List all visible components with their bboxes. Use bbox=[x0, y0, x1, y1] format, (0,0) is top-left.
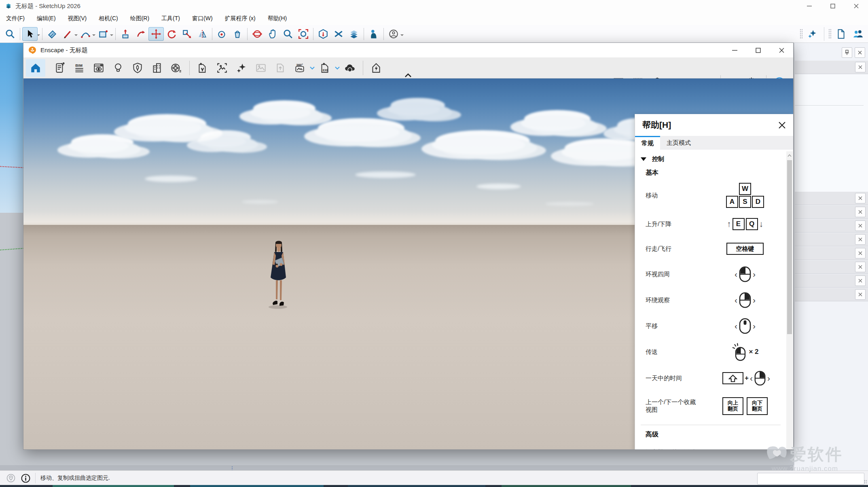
close-button[interactable] bbox=[845, 0, 868, 12]
bim-information-icon[interactable]: BIM bbox=[70, 59, 89, 77]
panel-close-icon[interactable] bbox=[855, 248, 866, 258]
account-icon[interactable] bbox=[386, 27, 401, 41]
panel-close-icon[interactable] bbox=[855, 262, 866, 272]
exe-dropdown-icon[interactable] bbox=[334, 66, 340, 70]
paint-position-tool-icon[interactable] bbox=[214, 27, 230, 41]
render-window-icon[interactable] bbox=[89, 59, 108, 77]
tray-panel-header[interactable] bbox=[795, 274, 868, 288]
scroll-up-icon[interactable] bbox=[787, 152, 792, 159]
help-tabs: 常规 主页模式 bbox=[635, 136, 793, 150]
tray-pin-icon[interactable] bbox=[842, 47, 852, 58]
quick-enable-icon[interactable] bbox=[366, 59, 386, 77]
toolbar-collapse-chevron-icon[interactable] bbox=[403, 72, 413, 78]
menu-view[interactable]: 视图(V) bbox=[62, 12, 93, 25]
file-export-icon[interactable] bbox=[193, 59, 212, 77]
panel-close-icon[interactable] bbox=[855, 207, 866, 217]
zoom-extents-tool-icon[interactable] bbox=[296, 27, 311, 41]
down-arrow-icon: ↓ bbox=[759, 219, 764, 229]
section-fill-tool-icon[interactable] bbox=[346, 27, 362, 41]
window-title: 无标题 - SketchUp 2026 bbox=[15, 2, 80, 10]
tab-general[interactable]: 常规 bbox=[635, 136, 660, 150]
pan-tool-icon[interactable] bbox=[265, 27, 280, 41]
menu-window[interactable]: 窗口(W) bbox=[186, 12, 219, 25]
tray-panel-header[interactable] bbox=[795, 260, 868, 274]
resize-grip[interactable] bbox=[864, 480, 867, 484]
scale-tool-icon[interactable] bbox=[179, 27, 195, 41]
shape-tool-icon[interactable] bbox=[95, 27, 111, 41]
material-library-icon[interactable] bbox=[167, 59, 186, 77]
section-plane-tool-icon[interactable] bbox=[315, 27, 331, 41]
menu-camera[interactable]: 相机(C) bbox=[93, 12, 124, 25]
panel-close-icon[interactable] bbox=[855, 62, 866, 72]
enscape-minimize-button[interactable] bbox=[723, 43, 746, 57]
ai-enhancer-icon[interactable] bbox=[232, 59, 251, 77]
tray-panel-header[interactable] bbox=[795, 233, 868, 246]
toolbar-drag-handle[interactable] bbox=[800, 29, 803, 39]
walk-person-icon[interactable] bbox=[366, 27, 381, 41]
panorama-360-icon[interactable]: 360° bbox=[290, 59, 309, 77]
select-tool-icon[interactable] bbox=[22, 27, 38, 41]
feedback-notes-icon[interactable] bbox=[50, 59, 70, 77]
help-row-updown: 上升/下降 ↑ E Q ↓ bbox=[635, 212, 786, 236]
enscape-render-viewport[interactable]: 帮助[H] 常规 主页模式 控制 基本 移动 W bbox=[23, 78, 793, 449]
measurements-box[interactable] bbox=[757, 473, 864, 485]
zoom-tool-icon[interactable] bbox=[280, 27, 296, 41]
paint-bucket-tool-icon[interactable] bbox=[230, 27, 245, 41]
follow-me-tool-icon[interactable] bbox=[133, 27, 148, 41]
tray-panel-header[interactable] bbox=[795, 61, 868, 74]
tray-panel-header[interactable] bbox=[795, 205, 868, 219]
ai-sparkles-icon[interactable] bbox=[804, 27, 820, 41]
geolocation-icon[interactable] bbox=[6, 474, 15, 483]
menu-edit[interactable]: 编辑(E) bbox=[31, 12, 62, 25]
panel-close-icon[interactable] bbox=[855, 234, 866, 245]
zoom-window-tool-icon[interactable] bbox=[2, 27, 18, 41]
tray-panel-header[interactable] bbox=[795, 288, 868, 301]
menu-tools[interactable]: 工具(T) bbox=[155, 12, 186, 25]
arc-tool-icon[interactable] bbox=[78, 27, 93, 41]
help-close-icon[interactable] bbox=[778, 121, 786, 129]
push-pull-tool-icon[interactable] bbox=[118, 27, 133, 41]
toolbar-drag-handle[interactable] bbox=[828, 29, 832, 39]
environment-icon[interactable] bbox=[128, 59, 147, 77]
tray-panel-header[interactable] bbox=[795, 247, 868, 260]
light-objects-icon[interactable] bbox=[108, 59, 128, 77]
cloud-upload-icon[interactable] bbox=[340, 59, 360, 77]
orbit-tool-icon[interactable] bbox=[250, 27, 265, 41]
menu-help[interactable]: 帮助(H) bbox=[262, 12, 293, 25]
batch-render-icon[interactable] bbox=[251, 59, 271, 77]
exe-standalone-icon[interactable]: EXE bbox=[315, 59, 334, 77]
tray-close-icon[interactable] bbox=[855, 47, 865, 58]
asset-library-icon[interactable] bbox=[147, 59, 167, 77]
measurement-toolbar-handle[interactable] bbox=[231, 466, 233, 470]
new-document-icon[interactable] bbox=[833, 27, 849, 41]
flip-tool-icon[interactable] bbox=[195, 27, 210, 41]
collaboration-people-icon[interactable] bbox=[850, 27, 866, 41]
screenshot-icon[interactable] bbox=[212, 59, 232, 77]
panel-close-icon[interactable] bbox=[855, 289, 866, 300]
info-icon[interactable] bbox=[21, 474, 30, 483]
eraser-tool-icon[interactable] bbox=[44, 27, 60, 41]
enscape-maximize-button[interactable] bbox=[746, 43, 770, 57]
upload-icon[interactable] bbox=[271, 59, 290, 77]
section-cuts-tool-icon[interactable] bbox=[331, 27, 346, 41]
tray-panel-header[interactable] bbox=[795, 219, 868, 233]
panel-close-icon[interactable] bbox=[855, 220, 866, 231]
panorama-dropdown-icon[interactable] bbox=[309, 66, 315, 70]
menu-extensions[interactable]: 扩展程序 (x) bbox=[219, 12, 262, 25]
move-tool-icon[interactable] bbox=[148, 27, 164, 41]
help-scrollbar[interactable] bbox=[786, 151, 793, 449]
maximize-button[interactable] bbox=[821, 0, 845, 12]
rotate-tool-icon[interactable] bbox=[164, 27, 179, 41]
panel-close-icon[interactable] bbox=[855, 275, 866, 286]
minimize-button[interactable] bbox=[798, 0, 821, 12]
panel-close-icon[interactable] bbox=[855, 193, 866, 203]
menu-file[interactable]: 文件(F) bbox=[0, 12, 31, 25]
tab-home-mode[interactable]: 主页模式 bbox=[660, 136, 697, 150]
main-menu-home-icon[interactable] bbox=[26, 59, 45, 77]
tray-panel-header[interactable] bbox=[795, 192, 868, 205]
section-control[interactable]: 控制 bbox=[635, 151, 786, 167]
scrollbar-thumb[interactable] bbox=[787, 160, 792, 334]
pencil-tool-icon[interactable] bbox=[60, 27, 75, 41]
enscape-close-button[interactable] bbox=[770, 43, 793, 57]
menu-draw[interactable]: 绘图(R) bbox=[124, 12, 155, 25]
